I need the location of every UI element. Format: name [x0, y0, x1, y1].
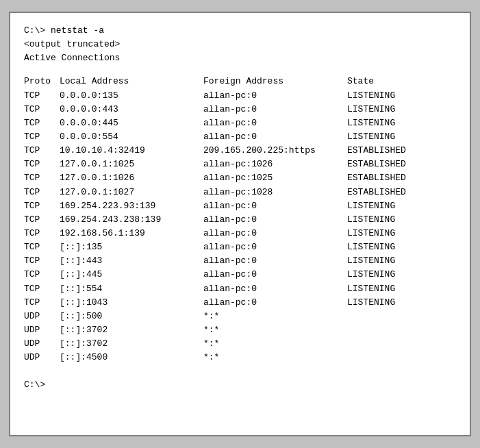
cell-foreign: allan-pc:1026: [203, 158, 347, 171]
cell-foreign: *:*: [203, 323, 347, 337]
cell-foreign: allan-pc:1028: [203, 186, 347, 199]
table-row: TCP127.0.0.1:1027allan-pc:1028ESTABLISHE…: [24, 186, 456, 199]
table-row: TCP0.0.0.0:554allan-pc:0LISTENING: [24, 130, 456, 144]
cell-local: 127.0.0.1:1025: [60, 158, 203, 171]
cell-foreign: *:*: [203, 351, 347, 364]
cell-proto: TCP: [24, 116, 60, 130]
cell-proto: TCP: [24, 282, 60, 296]
cell-proto: UDP: [24, 323, 60, 337]
table-row: TCP[::]:443allan-pc:0LISTENING: [24, 254, 456, 268]
table-row: TCP[::]:554allan-pc:0LISTENING: [24, 282, 456, 296]
cell-state: ESTABLISHED: [347, 144, 406, 158]
table-row: TCP0.0.0.0:443allan-pc:0LISTENING: [24, 103, 456, 116]
cell-foreign: *:*: [203, 310, 347, 323]
cell-proto: TCP: [24, 130, 60, 144]
cell-proto: UDP: [24, 351, 60, 364]
command-line: C:\> netstat -a: [24, 24, 456, 38]
table-row: TCP169.254.223.93:139allan-pc:0LISTENING: [24, 199, 456, 213]
cell-proto: TCP: [24, 268, 60, 282]
cell-local: [::]:3702: [60, 337, 203, 351]
cell-foreign: allan-pc:0: [203, 199, 347, 213]
cell-state: ESTABLISHED: [347, 171, 406, 185]
cell-proto: TCP: [24, 240, 60, 254]
cell-local: [::]:1043: [60, 296, 203, 310]
table-row: TCP0.0.0.0:135allan-pc:0LISTENING: [24, 89, 456, 103]
cell-foreign: allan-pc:0: [203, 116, 347, 130]
cell-state: LISTENING: [347, 130, 395, 144]
cell-proto: TCP: [24, 158, 60, 171]
active-connections-label: Active Connections: [24, 51, 456, 65]
cell-local: 0.0.0.0:135: [60, 89, 203, 103]
header-foreign: Foreign Address: [203, 75, 347, 88]
cell-local: 169.254.243.238:139: [60, 213, 203, 227]
cell-local: [::]:500: [60, 310, 203, 323]
cell-proto: TCP: [24, 199, 60, 213]
cell-proto: UDP: [24, 310, 60, 323]
cell-local: [::]:554: [60, 282, 203, 296]
header-local: Local Address: [60, 75, 203, 88]
cell-local: 0.0.0.0:445: [60, 116, 203, 130]
cell-proto: UDP: [24, 337, 60, 351]
table-row: UDP[::]:3702*:*: [24, 337, 456, 351]
table-row: UDP[::]:500*:*: [24, 310, 456, 323]
cell-proto: TCP: [24, 213, 60, 227]
cell-foreign: allan-pc:0: [203, 296, 347, 310]
cell-local: 127.0.0.1:1027: [60, 186, 203, 199]
cell-proto: TCP: [24, 103, 60, 116]
cell-state: LISTENING: [347, 89, 395, 103]
output-truncated-line: <output truncated>: [24, 38, 456, 51]
cell-local: [::]:135: [60, 240, 203, 254]
table-row: TCP10.10.10.4:32419209.165.200.225:https…: [24, 144, 456, 158]
cell-state: LISTENING: [347, 268, 395, 282]
prompt-line: C:\>: [24, 378, 456, 392]
cell-foreign: allan-pc:0: [203, 254, 347, 268]
terminal-window: C:\> netstat -a <output truncated> Activ…: [9, 12, 471, 436]
table-header: Proto Local Address Foreign Address Stat…: [24, 75, 456, 88]
cell-foreign: *:*: [203, 337, 347, 351]
cell-local: 169.254.223.93:139: [60, 199, 203, 213]
cell-state: LISTENING: [347, 103, 395, 116]
cell-state: LISTENING: [347, 254, 395, 268]
table-row: TCP[::]:445allan-pc:0LISTENING: [24, 268, 456, 282]
table-row: TCP127.0.0.1:1025allan-pc:1026ESTABLISHE…: [24, 158, 456, 171]
cell-proto: TCP: [24, 144, 60, 158]
cell-local: 10.10.10.4:32419: [60, 144, 203, 158]
table-row: TCP0.0.0.0:445allan-pc:0LISTENING: [24, 116, 456, 130]
cell-foreign: allan-pc:0: [203, 240, 347, 254]
table-row: TCP127.0.0.1:1026allan-pc:1025ESTABLISHE…: [24, 171, 456, 185]
table-row: TCP[::]:1043allan-pc:0LISTENING: [24, 296, 456, 310]
cell-proto: TCP: [24, 186, 60, 199]
header-state: State: [347, 75, 374, 88]
cell-foreign: allan-pc:0: [203, 227, 347, 240]
cell-state: LISTENING: [347, 116, 395, 130]
cell-local: [::]:443: [60, 254, 203, 268]
cell-foreign: 209.165.200.225:https: [203, 144, 347, 158]
cell-local: [::]:4500: [60, 351, 203, 364]
cell-state: LISTENING: [347, 296, 395, 310]
cell-proto: TCP: [24, 171, 60, 185]
cell-foreign: allan-pc:0: [203, 268, 347, 282]
cell-state: ESTABLISHED: [347, 186, 406, 199]
table-row: TCP[::]:135allan-pc:0LISTENING: [24, 240, 456, 254]
netstat-table: Proto Local Address Foreign Address Stat…: [24, 75, 456, 364]
cell-foreign: allan-pc:0: [203, 89, 347, 103]
cell-proto: TCP: [24, 227, 60, 240]
cell-foreign: allan-pc:0: [203, 130, 347, 144]
cell-state: LISTENING: [347, 213, 395, 227]
cell-local: [::]:3702: [60, 323, 203, 337]
cell-state: LISTENING: [347, 282, 395, 296]
table-row: TCP192.168.56.1:139allan-pc:0LISTENING: [24, 227, 456, 240]
cell-state: LISTENING: [347, 199, 395, 213]
cell-local: 0.0.0.0:554: [60, 130, 203, 144]
cell-foreign: allan-pc:1025: [203, 171, 347, 185]
cell-proto: TCP: [24, 89, 60, 103]
table-row: UDP[::]:3702*:*: [24, 323, 456, 337]
cell-state: ESTABLISHED: [347, 158, 406, 171]
table-row: UDP[::]:4500*:*: [24, 351, 456, 364]
cell-local: [::]:445: [60, 268, 203, 282]
cell-proto: TCP: [24, 296, 60, 310]
cell-proto: TCP: [24, 254, 60, 268]
cell-state: LISTENING: [347, 240, 395, 254]
cell-local: 192.168.56.1:139: [60, 227, 203, 240]
cell-local: 0.0.0.0:443: [60, 103, 203, 116]
